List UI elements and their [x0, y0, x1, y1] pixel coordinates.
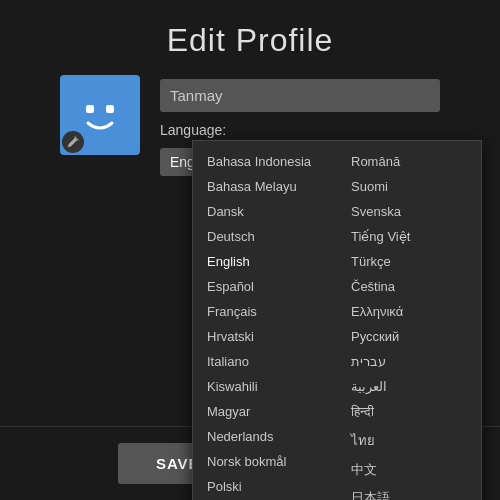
dropdown-item[interactable]: Italiano [193, 349, 337, 374]
dropdown-col-right: RomânăSuomiSvenskaTiếng ViệtTürkçeČeštin… [337, 145, 481, 500]
dropdown-item[interactable]: Norsk bokmål [193, 449, 337, 474]
dropdown-item[interactable]: Kiswahili [193, 374, 337, 399]
dropdown-item[interactable]: Español [193, 274, 337, 299]
dropdown-item[interactable]: Română [337, 149, 481, 174]
avatar-edit-button[interactable] [62, 131, 84, 153]
dropdown-item[interactable]: Bahasa Melayu [193, 174, 337, 199]
dropdown-item[interactable]: हिन्दी [337, 399, 481, 425]
dropdown-columns: Bahasa IndonesiaBahasa MelayuDanskDeutsc… [193, 145, 481, 500]
dropdown-item[interactable]: Polski [193, 474, 337, 499]
dropdown-item[interactable]: עברית [337, 349, 481, 374]
dropdown-col-left: Bahasa IndonesiaBahasa MelayuDanskDeutsc… [193, 145, 337, 500]
dropdown-item[interactable]: Suomi [337, 174, 481, 199]
dropdown-item[interactable]: Čeština [337, 274, 481, 299]
dropdown-item[interactable]: Dansk [193, 199, 337, 224]
dropdown-item[interactable]: Svenska [337, 199, 481, 224]
dropdown-item[interactable]: Nederlands [193, 424, 337, 449]
dropdown-item[interactable]: 日本語 [337, 484, 481, 500]
dropdown-item[interactable]: Deutsch [193, 224, 337, 249]
svg-rect-0 [86, 105, 94, 113]
dropdown-item[interactable]: English [193, 249, 337, 274]
dropdown-item[interactable]: Русский [337, 324, 481, 349]
dropdown-item[interactable]: Türkçe [337, 249, 481, 274]
svg-rect-1 [106, 105, 114, 113]
dropdown-item[interactable]: Magyar [193, 399, 337, 424]
page-title: Edit Profile [0, 22, 500, 59]
language-label: Language: [160, 122, 440, 138]
dropdown-item[interactable]: Bahasa Indonesia [193, 149, 337, 174]
name-input[interactable] [160, 79, 440, 112]
dropdown-item[interactable]: العربية [337, 374, 481, 399]
avatar-wrapper [60, 75, 140, 155]
dropdown-item[interactable]: 中文 [337, 456, 481, 484]
dropdown-item[interactable]: Français [193, 299, 337, 324]
dropdown-item[interactable]: Hrvatski [193, 324, 337, 349]
dropdown-item[interactable]: ไทย [337, 425, 481, 456]
page-header: Edit Profile [0, 0, 500, 75]
edit-profile-page: Edit Profile L [0, 0, 500, 500]
dropdown-item[interactable]: Ελληνικά [337, 299, 481, 324]
dropdown-item[interactable]: Tiếng Việt [337, 224, 481, 249]
language-dropdown-menu: Bahasa IndonesiaBahasa MelayuDanskDeutsc… [192, 140, 482, 500]
